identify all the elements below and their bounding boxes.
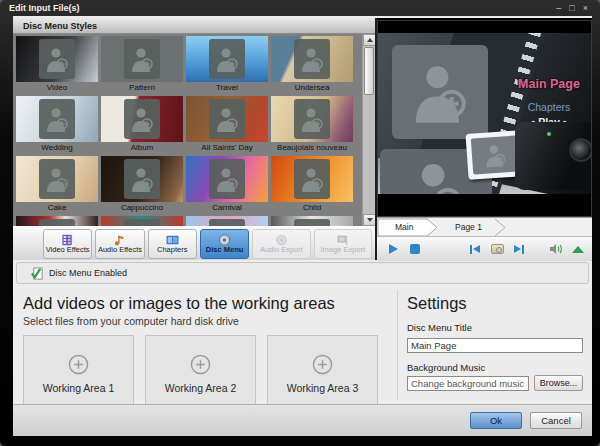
scroll-down-icon[interactable] <box>363 214 375 226</box>
background-music-input[interactable] <box>407 376 529 391</box>
camcorder-graphic <box>467 118 591 194</box>
style-thumbnail-label: Video <box>16 82 98 94</box>
skip-back-button[interactable] <box>464 240 486 259</box>
add-icon <box>190 354 211 375</box>
speaker-button[interactable] <box>545 240 567 259</box>
style-thumbnail-image <box>271 36 353 82</box>
person-placeholder <box>209 39 245 79</box>
style-thumbnail-cappuccino[interactable]: Cappuccino <box>101 156 183 214</box>
person-placeholder <box>124 99 160 139</box>
style-thumbnail[interactable] <box>271 216 353 226</box>
style-thumbnail-undersea[interactable]: Undersea <box>271 36 353 94</box>
style-thumbnail-label: Pattern <box>101 82 183 94</box>
working-area-2[interactable]: Working Area 2 <box>145 335 256 412</box>
style-thumbnail-all-saints-day[interactable]: All Saints' Day <box>186 96 268 154</box>
style-thumbnail-beaujolais-nouveau[interactable]: Beaujolais nouveau <box>271 96 353 154</box>
working-area-label: Working Area 2 <box>165 382 237 394</box>
person-placeholder-icon <box>402 158 469 194</box>
mode-toolbar: Video Effects Audio Effects Chapters Dis… <box>13 226 375 260</box>
breadcrumb-tab-page1[interactable]: Page 1 <box>455 218 482 237</box>
style-thumbnail-label: Cake <box>16 202 98 214</box>
style-thumbnail-label: Wedding <box>16 142 98 154</box>
style-thumbnail[interactable] <box>186 216 268 226</box>
person-placeholder-icon <box>130 46 154 72</box>
scrollbar-thumb[interactable] <box>364 47 374 95</box>
settings-heading: Settings <box>407 294 586 313</box>
style-thumbnail-label: Album <box>101 142 183 154</box>
style-thumbnail-image <box>16 216 98 226</box>
stop-button[interactable] <box>404 240 426 259</box>
person-placeholder <box>39 39 75 79</box>
volume-button[interactable] <box>567 240 589 259</box>
settings-panel: Settings Disc Menu Title Background Musi… <box>407 294 586 419</box>
volume-icon <box>572 246 584 253</box>
style-thumbnail-video[interactable]: Video <box>16 36 98 94</box>
disc-menu-enabled-toggle[interactable]: Disc Menu Enabled <box>16 262 589 284</box>
browse-button[interactable]: Browse... <box>534 375 583 391</box>
style-thumbnail-label: All Saints' Day <box>186 142 268 154</box>
toolbar-button-chapters[interactable]: Chapters <box>148 229 197 259</box>
style-thumbnail-image <box>101 36 183 82</box>
style-thumbnail-carnival[interactable]: Carnival <box>186 156 268 214</box>
styles-scrollbar[interactable] <box>362 34 375 226</box>
playback-controls <box>377 236 592 261</box>
snapshot-icon <box>491 244 504 254</box>
disc-menu-title-input[interactable] <box>407 338 583 353</box>
skip-forward-button[interactable] <box>508 240 530 259</box>
toolbar-button-audio-export: Audio Export <box>252 229 310 259</box>
maximize-icon[interactable]: □ <box>569 4 574 13</box>
style-thumbnail-image <box>16 96 98 142</box>
snapshot-button <box>486 240 508 259</box>
disc-menu-enabled-label: Disc Menu Enabled <box>49 268 127 278</box>
style-thumbnail-child[interactable]: Child <box>271 156 353 214</box>
style-thumbnail-label: Child <box>271 202 353 214</box>
preview-menu-title: Main Page <box>511 77 587 91</box>
style-thumbnail[interactable] <box>101 216 183 226</box>
person-placeholder-icon <box>411 55 469 128</box>
style-thumbnail-image <box>271 156 353 202</box>
style-thumbnail-wedding[interactable]: Wedding <box>16 96 98 154</box>
person-placeholder <box>209 99 245 139</box>
camcorder-screen <box>471 135 519 174</box>
toolbar-button-disc-menu[interactable]: Disc Menu <box>200 229 249 259</box>
style-thumbnail-image <box>16 36 98 82</box>
style-thumbnail-image <box>271 96 353 142</box>
play-button[interactable] <box>382 240 404 259</box>
style-thumbnail-image <box>101 216 183 226</box>
style-thumbnail-pattern[interactable]: Pattern <box>101 36 183 94</box>
person-placeholder-icon <box>483 141 507 168</box>
style-thumbnail-image <box>16 156 98 202</box>
toolbar-button-video-effects[interactable]: Video Effects <box>43 229 92 259</box>
camcorder-lens <box>569 138 591 162</box>
minimize-icon[interactable]: – <box>556 4 561 13</box>
person-placeholder-icon <box>130 166 154 192</box>
scroll-up-icon[interactable] <box>363 34 375 46</box>
style-thumbnail-image <box>186 96 268 142</box>
style-thumbnail-label: Carnival <box>186 202 268 214</box>
style-thumbnail-image <box>186 36 268 82</box>
person-placeholder <box>124 159 160 199</box>
person-placeholder-icon <box>130 106 154 132</box>
toolbar-button-label: Chapters <box>157 246 187 254</box>
working-area-3[interactable]: Working Area 3 <box>267 335 378 412</box>
cancel-button[interactable]: Cancel <box>530 412 582 429</box>
background-music-label: Background Music <box>407 362 586 373</box>
person-placeholder-icon <box>215 106 239 132</box>
disc-menu-enabled-icon <box>31 267 44 280</box>
window-title: Edit Input File(s) <box>0 3 80 13</box>
disc-menu-preview: Main Page Chapters • Play • <box>377 20 592 217</box>
toolbar-button-audio-effects[interactable]: Audio Effects <box>95 229 144 259</box>
working-area-1[interactable]: Working Area 1 <box>23 335 134 412</box>
person-placeholder-icon <box>45 106 69 132</box>
toolbar-button-label: Video Effects <box>46 246 90 254</box>
style-thumbnail-cake[interactable]: Cake <box>16 156 98 214</box>
breadcrumb-tab-main[interactable]: Main <box>395 218 413 237</box>
speaker-icon <box>549 243 563 255</box>
ok-button[interactable]: Ok <box>470 412 522 429</box>
style-thumbnail-album[interactable]: Album <box>101 96 183 154</box>
preview-chapters-link[interactable]: Chapters <box>511 101 587 113</box>
style-thumbnail[interactable] <box>16 216 98 226</box>
disc-menu-styles-header: Disc Menu Styles <box>13 18 375 34</box>
style-thumbnail-travel[interactable]: Travel <box>186 36 268 94</box>
close-icon[interactable]: × <box>583 4 588 13</box>
